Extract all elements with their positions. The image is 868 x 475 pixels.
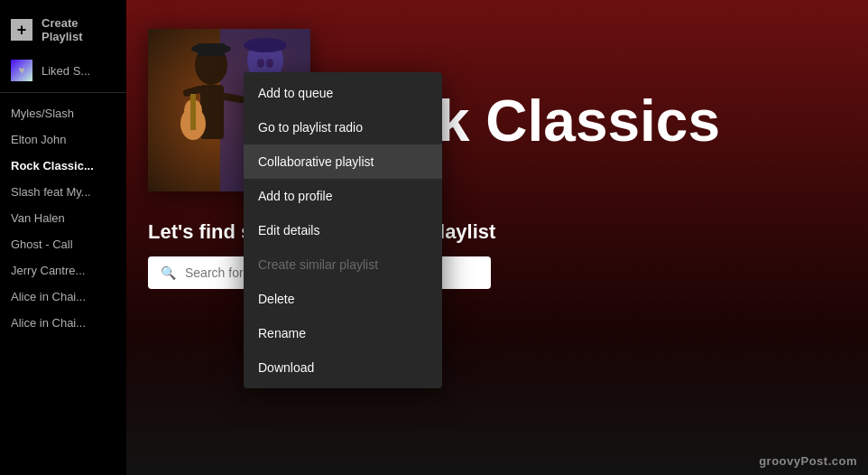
context-menu-item-6[interactable]: Delete <box>244 282 442 316</box>
context-menu-item-5: Create similar playlist <box>244 247 442 282</box>
create-playlist-button[interactable]: + Create Playlist <box>0 7 126 52</box>
svg-point-14 <box>257 59 264 68</box>
sidebar-playlist-item-2[interactable]: Rock Classic... <box>0 153 126 179</box>
sidebar-playlist-item-4[interactable]: Van Halen <box>0 205 126 231</box>
main-area: PLAYLIST Rock Classics Guitar covers... … <box>126 0 868 475</box>
playlist-body: Let's find something for your playlist 🔍 <box>126 206 868 475</box>
context-menu: Add to queueGo to playlist radioCollabor… <box>244 72 442 388</box>
svg-point-15 <box>266 59 273 68</box>
search-icon: 🔍 <box>161 265 176 280</box>
sidebar-playlist-item-6[interactable]: Jerry Cantre... <box>0 257 126 284</box>
create-playlist-label: Create Playlist <box>42 16 115 43</box>
sidebar-playlist-item-8[interactable]: Alice in Chai... <box>0 310 126 336</box>
sidebar-playlist-item-7[interactable]: Alice in Chai... <box>0 284 126 310</box>
find-songs-text: L <box>148 220 160 243</box>
liked-songs-item[interactable]: ♥ Liked S... <box>0 52 126 88</box>
context-menu-item-7[interactable]: Rename <box>244 316 442 350</box>
add-icon: + <box>11 19 32 41</box>
sidebar: + Create Playlist ♥ Liked S... Myles/Sla… <box>0 0 126 475</box>
playlist-header: PLAYLIST Rock Classics Guitar covers... … <box>126 0 868 206</box>
svg-rect-10 <box>190 94 196 130</box>
sidebar-divider <box>0 92 126 93</box>
sidebar-playlist-item-5[interactable]: Ghost - Call <box>0 231 126 257</box>
context-menu-item-3[interactable]: Add to profile <box>244 179 442 213</box>
sidebar-playlist-item-1[interactable]: Elton John <box>0 126 126 153</box>
context-menu-item-2[interactable]: Collaborative playlist <box>244 144 442 179</box>
liked-songs-icon: ♥ <box>11 60 32 81</box>
main-content: PLAYLIST Rock Classics Guitar covers... … <box>126 0 868 475</box>
playlist-list: Myles/SlashElton JohnRock Classic...Slas… <box>0 97 126 475</box>
context-menu-item-4[interactable]: Edit details <box>244 213 442 247</box>
context-menu-item-8[interactable]: Download <box>244 350 442 385</box>
liked-songs-label: Liked S... <box>42 64 90 78</box>
sidebar-playlist-item-0[interactable]: Myles/Slash <box>0 100 126 126</box>
sidebar-playlist-item-3[interactable]: Slash feat My... <box>0 179 126 205</box>
svg-point-12 <box>244 38 287 52</box>
svg-rect-4 <box>198 43 225 56</box>
context-menu-item-0[interactable]: Add to queue <box>244 76 442 110</box>
context-menu-item-1[interactable]: Go to playlist radio <box>244 110 442 144</box>
watermark: groovyPost.com <box>759 454 857 468</box>
